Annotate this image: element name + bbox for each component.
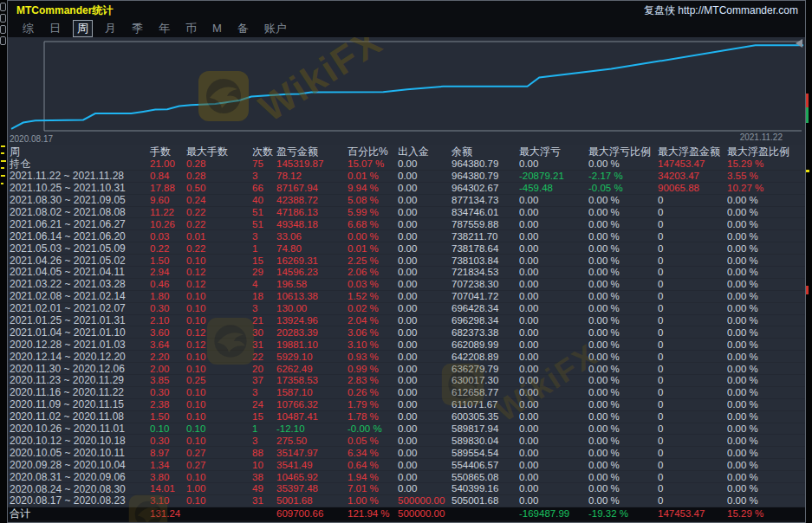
value-cell: 87167.94 (276, 183, 348, 193)
value-cell: 0.00 % (588, 375, 658, 385)
value-cell: 14596.23 (276, 267, 348, 277)
table-row[interactable]: 2020.10.26 ~ 2020.11.010.100.101-12.10-0… (8, 423, 805, 436)
table-row[interactable]: 2021.04.05 ~ 2021.04.112.940.122914596.2… (8, 267, 805, 279)
table-row[interactable]: 2021.01.04 ~ 2021.01.103.600.123020283.3… (8, 326, 805, 339)
value-cell: 21.00 (150, 158, 186, 169)
dock-button[interactable] (0, 3, 6, 11)
table-row[interactable]: 2020.10.12 ~ 2020.10.180.300.103275.500.… (8, 435, 805, 447)
value-cell: 0.12 (186, 267, 252, 277)
value-cell: 0.00 (398, 231, 451, 242)
table-row[interactable]: 2021.11.22 ~ 2021.11.280.840.28378.120.0… (8, 171, 805, 183)
value-cell: 5929.10 (276, 352, 348, 362)
value-cell: 0.00 % (727, 483, 800, 494)
table-row[interactable]: 2020.12.28 ~ 2021.01.033.640.123119881.1… (8, 339, 805, 351)
value-cell: 0.00 % (588, 399, 658, 410)
value-cell: 3.06 % (348, 327, 398, 338)
value-cell: 0.00 (398, 195, 451, 205)
value-cell: 14.01 (150, 483, 186, 494)
value-cell: 0.00 % (588, 448, 658, 458)
value-cell: 0.00 % (588, 243, 658, 254)
table-row[interactable]: 2020.08.24 ~ 2020.08.3014.011.004935397.… (8, 483, 805, 495)
column-header: 最大浮盈金额 (658, 145, 727, 159)
left-dock-strip (0, 0, 7, 523)
table-row[interactable]: 2021.06.14 ~ 2021.06.200.030.01333.060.0… (8, 230, 805, 242)
value-cell: 0.00 % (727, 267, 800, 277)
value-cell: 630017.30 (451, 375, 519, 385)
table-row[interactable]: 2020.11.09 ~ 2020.11.152.380.102410766.3… (8, 399, 805, 411)
week-cell: 2020.11.30 ~ 2020.12.06 (10, 363, 150, 375)
table-row[interactable]: 2021.08.30 ~ 2021.09.059.600.244042388.7… (8, 195, 805, 207)
dock-button[interactable] (0, 36, 6, 45)
value-cell: 0.00 (398, 171, 451, 181)
value-cell: 0.00 (519, 387, 588, 397)
value-cell: 0.00 % (588, 352, 658, 362)
table-row[interactable]: 2021.03.22 ~ 2021.03.280.460.124196.580.… (8, 279, 805, 291)
value-cell: 0.64 % (348, 460, 398, 470)
value-cell: 1.79 % (348, 399, 398, 410)
brand-link[interactable]: 复盘侠 http://MTCommander.com (644, 3, 798, 18)
value-cell: 0.10 (186, 255, 252, 266)
menu-item-日[interactable]: 日 (42, 21, 68, 36)
table-row[interactable]: 2020.08.17 ~ 2020.08.233.100.10315001.68… (8, 495, 805, 507)
menu-item-月[interactable]: 月 (97, 21, 124, 36)
value-cell: -0.05 % (588, 183, 658, 193)
table-row[interactable]: 2020.11.16 ~ 2020.11.220.300.1031587.100… (8, 387, 805, 399)
week-cell: 2020.08.31 ~ 2020.09.06 (10, 471, 150, 483)
menu-item-综[interactable]: 综 (15, 21, 42, 36)
value-cell: 0.00 (519, 219, 588, 229)
table-row[interactable]: 2020.10.05 ~ 2020.10.118.970.278835147.9… (8, 447, 805, 459)
table-row[interactable]: 2020.09.28 ~ 2020.10.041.340.27103541.49… (8, 459, 805, 471)
value-cell: 15.07 % (348, 158, 398, 169)
table-row[interactable]: 持仓21.000.2875145319.8715.07 %0.00964380.… (8, 158, 805, 171)
menu-item-季[interactable]: 季 (124, 21, 151, 36)
value-cell: 0.26 % (348, 387, 398, 397)
table-row[interactable]: 2021.01.25 ~ 2021.01.312.100.102113924.9… (8, 315, 805, 327)
dock-tick (1, 152, 4, 154)
value-cell: 7.01 % (348, 483, 398, 494)
table-row[interactable]: 2021.05.03 ~ 2021.05.090.220.22174.800.0… (8, 242, 805, 255)
table-row[interactable]: 2020.08.31 ~ 2020.09.063.800.103810465.9… (8, 471, 805, 483)
value-cell: 0.00 (519, 195, 588, 205)
value-cell: 47186.13 (276, 207, 348, 217)
value-cell: 0.00 % (588, 315, 658, 326)
total-label: 合计 (10, 507, 150, 521)
table-row[interactable]: 2021.02.08 ~ 2021.02.141.800.101810613.3… (8, 291, 805, 303)
table-row[interactable]: 2020.12.14 ~ 2020.12.202.200.10225929.10… (8, 351, 805, 363)
menu-item-备[interactable]: 备 (230, 21, 257, 36)
table-row[interactable]: 2021.10.25 ~ 2021.10.3117.880.506687167.… (8, 183, 805, 195)
right-strip-mark (806, 107, 809, 123)
total-value-cell: 147453.47 (658, 508, 727, 519)
menu-item-币[interactable]: 币 (178, 21, 205, 36)
table-row[interactable]: 2020.11.30 ~ 2020.12.062.000.10206262.49… (8, 363, 805, 375)
menu-item-周[interactable]: 周 (73, 20, 93, 37)
menu-item-年[interactable]: 年 (151, 21, 178, 36)
value-cell: 88 (252, 448, 276, 458)
value-cell: 707238.30 (451, 279, 519, 289)
table-row[interactable]: 2021.08.02 ~ 2021.08.0811.220.225147186.… (8, 207, 805, 219)
table-row[interactable]: 2020.11.02 ~ 2020.11.081.500.101510487.4… (8, 411, 805, 423)
equity-chart-panel[interactable]: WikiFX 2020.08.17 2021.11.22 (8, 37, 805, 145)
dock-button[interactable] (0, 25, 6, 34)
menu-item-账户[interactable]: 账户 (257, 21, 295, 36)
menu-bar: 综日周月季年币M备账户 (8, 20, 805, 37)
value-cell: 0.00 % (727, 291, 800, 301)
value-cell: 30 (252, 327, 276, 338)
value-cell: 0.00 (519, 460, 588, 470)
dock-button[interactable] (0, 14, 6, 23)
value-cell: 78.12 (276, 171, 348, 181)
table-row[interactable]: 2021.02.01 ~ 2021.02.070.300.103130.000.… (8, 303, 805, 315)
value-cell: 0.00 (398, 279, 451, 289)
value-cell: 964380.79 (451, 171, 519, 181)
menu-item-M[interactable]: M (205, 21, 230, 36)
value-cell: 3.55 % (727, 171, 800, 181)
title-bar[interactable]: MTCommander统计 复盘侠 http://MTCommander.com (8, 1, 805, 20)
table-row[interactable]: 2021.04.26 ~ 2021.05.021.500.101516269.3… (8, 255, 805, 267)
value-cell: 0.00 % (588, 255, 658, 266)
table-row[interactable]: 2020.11.23 ~ 2020.11.293.850.253717358.5… (8, 375, 805, 387)
value-cell: 0.00 (398, 436, 451, 446)
value-cell: 13924.96 (276, 315, 348, 326)
table-row[interactable]: 2021.06.21 ~ 2021.06.2710.260.225149348.… (8, 218, 805, 230)
chart-scroll-arrow-icon[interactable] (796, 39, 802, 48)
value-cell: 0.00 % (727, 303, 800, 313)
value-cell: 31 (252, 339, 276, 350)
